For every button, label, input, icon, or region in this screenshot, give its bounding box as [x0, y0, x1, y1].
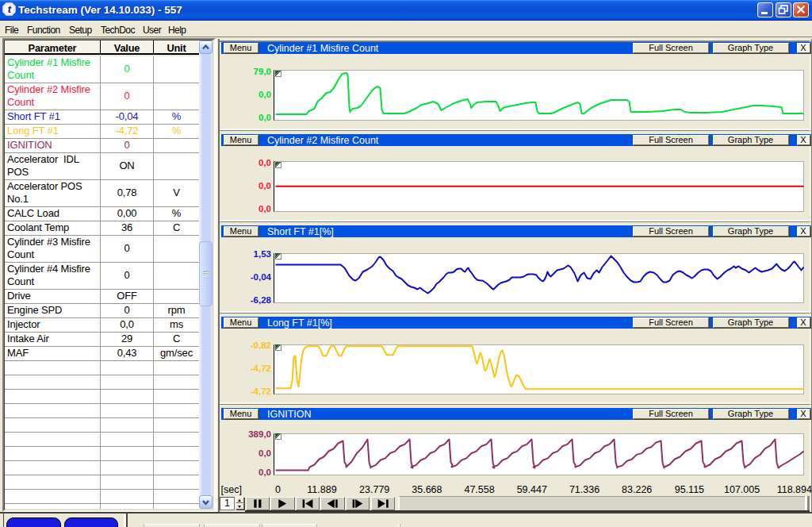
svg-text:t: t [8, 3, 12, 15]
